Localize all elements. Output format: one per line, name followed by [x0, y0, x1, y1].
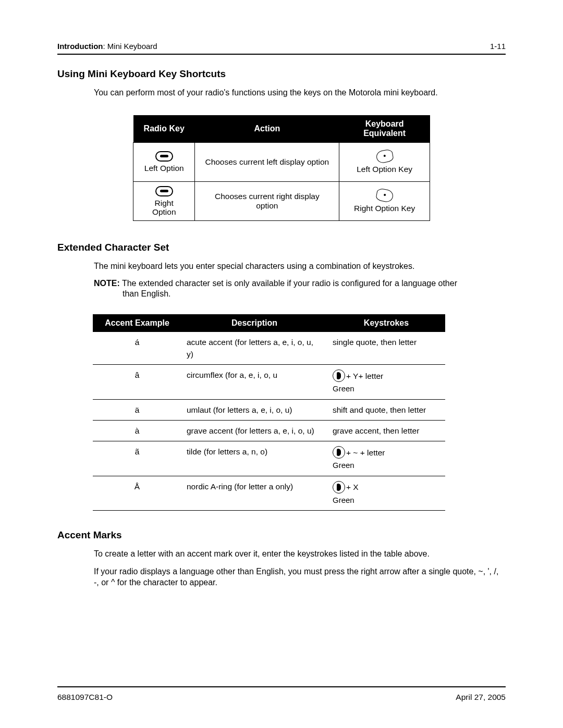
mouse-right-icon [375, 188, 394, 203]
t2-col2: Description [181, 314, 327, 332]
accent-example: ã [93, 441, 181, 476]
radio-key-label: Right Option [142, 199, 186, 216]
kbd-equiv-label: Left Option Key [357, 165, 412, 174]
accent-table: Accent Example Description Keystrokes áa… [93, 314, 445, 511]
heading-accent-marks: Accent Marks [57, 529, 506, 541]
page-number: 1-11 [490, 42, 506, 51]
accent-description: grave accent (for letters a, e, i, o, u) [181, 421, 327, 441]
green-key-icon [333, 481, 345, 493]
table-row: Right Option Chooses current right displ… [133, 181, 430, 220]
green-label: Green [333, 383, 440, 395]
table-row: âcircumflex (for a, e, i, o, u + Y+ lett… [93, 365, 445, 399]
kbd-equiv-label: Right Option Key [354, 204, 415, 213]
table-row: äumlaut (for letters a, e, i, o, u)shift… [93, 399, 445, 420]
green-key-icon [333, 446, 345, 459]
accent-keystrokes: grave accent, then letter [327, 421, 445, 441]
green-label: Green [333, 460, 440, 472]
t1-col2: Action [195, 115, 339, 143]
accent-description: nordic A-ring (for letter a only) [181, 476, 327, 510]
accent-description: tilde (for letters a, n, o) [181, 441, 327, 476]
accent-description: umlaut (for letters a, e, i, o, u) [181, 399, 327, 420]
page: Introduction: Mini Keyboard 1-11 Using M… [0, 0, 563, 728]
accent-example: â [93, 365, 181, 399]
table-row: Ånordic A-ring (for letter a only) + XGr… [93, 476, 445, 510]
keystroke-text: + Y+ letter [346, 370, 383, 382]
accent-example: Å [93, 476, 181, 510]
green-label: Green [333, 495, 440, 507]
note-label: NOTE: [94, 279, 120, 288]
accent-example: à [93, 421, 181, 441]
table-row: áacute accent (for letters a, e, i, o, u… [93, 332, 445, 365]
keystroke-text: + ~ + letter [346, 447, 385, 459]
t1-col3: Keyboard Equivalent [339, 115, 430, 143]
keystroke-text: + X [346, 481, 359, 493]
shortcuts-intro: You can perform most of your radio's fun… [94, 87, 506, 98]
accent-keystrokes: + ~ + letterGreen [327, 441, 445, 476]
option-button-icon [155, 151, 173, 162]
table-row: àgrave accent (for letters a, e, i, o, u… [93, 421, 445, 441]
accent-keystrokes: shift and quote, then letter [327, 399, 445, 420]
mouse-left-icon [375, 149, 394, 164]
extended-note: NOTE: The extended character set is only… [94, 278, 506, 289]
accent-keystrokes: single quote, then letter [327, 332, 445, 365]
action-cell: Chooses current right display option [195, 181, 339, 220]
shortcuts-table: Radio Key Action Keyboard Equivalent Lef… [133, 115, 430, 221]
heading-extended: Extended Character Set [57, 242, 506, 253]
doc-date: April 27, 2005 [456, 693, 506, 702]
page-header: Introduction: Mini Keyboard 1-11 [57, 42, 506, 55]
table-row: ãtilde (for letters a, n, o) + ~ + lette… [93, 441, 445, 476]
t1-col1: Radio Key [133, 115, 195, 143]
accent-description: acute accent (for letters a, e, i, o, u,… [181, 332, 327, 365]
t2-col1: Accent Example [93, 314, 181, 332]
accent-p2: If your radio displays a language other … [94, 566, 506, 588]
extended-intro: The mini keyboard lets you enter special… [94, 261, 506, 272]
header-section: Introduction [57, 42, 103, 51]
header-subsection: Mini Keyboard [107, 42, 157, 51]
accent-keystrokes: + Y+ letterGreen [327, 365, 445, 399]
heading-shortcuts: Using Mini Keyboard Key Shortcuts [57, 68, 506, 80]
radio-key-label: Left Option [144, 164, 184, 172]
page-footer: 6881097C81-O April 27, 2005 [57, 686, 506, 702]
t2-col3: Keystrokes [327, 314, 445, 332]
accent-example: ä [93, 399, 181, 420]
green-key-icon [333, 369, 345, 382]
header-breadcrumb: Introduction: Mini Keyboard [57, 42, 157, 51]
accent-description: circumflex (for a, e, i, o, u [181, 365, 327, 399]
accent-keystrokes: + XGreen [327, 476, 445, 510]
option-button-icon [155, 186, 173, 196]
accent-p1: To create a letter with an accent mark o… [94, 548, 506, 560]
action-cell: Chooses current left display option [195, 142, 339, 181]
accent-example: á [93, 332, 181, 365]
note-body-2: than English. [123, 289, 506, 299]
doc-id: 6881097C81-O [57, 693, 113, 702]
table-row: Left Option Chooses current left display… [133, 142, 430, 181]
